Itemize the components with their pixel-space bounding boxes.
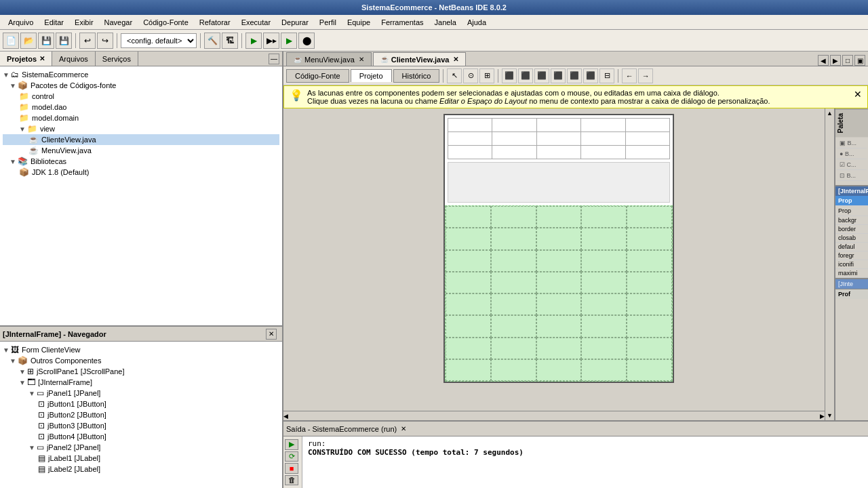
props-prop-btn[interactable]: Prop bbox=[835, 196, 868, 206]
run-btn[interactable]: ▶ bbox=[245, 33, 262, 49]
packages-arrow: ▼ bbox=[9, 82, 16, 89]
nav-jlabel2[interactable]: ▤ jLabel2 [JLabel] bbox=[3, 464, 279, 474]
menu-navegar[interactable]: Navegar bbox=[99, 17, 138, 28]
layout-btn[interactable]: ⊞ bbox=[479, 68, 494, 83]
nav-form[interactable]: ▼ 🖼 Form ClienteView bbox=[3, 344, 279, 355]
scroll-up-btn[interactable]: ▲ bbox=[825, 108, 834, 118]
save-all-btn[interactable]: 💾 bbox=[56, 33, 72, 49]
panel-minimize-btn[interactable]: — bbox=[269, 54, 279, 64]
tree-clienteview[interactable]: ☕ ClienteView.java bbox=[3, 134, 279, 145]
align-left-btn[interactable]: ⬛ bbox=[502, 68, 517, 83]
nav-outros[interactable]: ▼ 📦 Outros Componentes bbox=[3, 355, 279, 366]
save-btn[interactable]: 💾 bbox=[38, 33, 54, 49]
props-prop2[interactable]: Prop bbox=[835, 206, 868, 216]
menu-refatorar[interactable]: Refatorar bbox=[194, 17, 236, 28]
design-canvas[interactable]: ▲ ▼ ◀ ▶ bbox=[283, 108, 834, 420]
match-size-btn[interactable]: ⊟ bbox=[599, 68, 614, 83]
tree-control[interactable]: 📁 control bbox=[3, 91, 279, 102]
tab-clienteview[interactable]: ☕ ClienteView.java ✕ bbox=[373, 52, 467, 66]
prev-btn[interactable]: ← bbox=[622, 68, 637, 83]
build-btn[interactable]: 🏗 bbox=[222, 33, 238, 49]
menu-editar[interactable]: Editar bbox=[39, 17, 69, 28]
menu-depurar[interactable]: Depurar bbox=[276, 17, 314, 28]
menu-executar[interactable]: Executar bbox=[236, 17, 276, 28]
menu-exibir[interactable]: Exibir bbox=[69, 17, 99, 28]
new-project-btn[interactable]: 📄 bbox=[3, 33, 19, 49]
tree-model-domain[interactable]: 📁 model.domain bbox=[3, 113, 279, 123]
debug-btn[interactable]: ▶ bbox=[281, 33, 297, 49]
run-with-btn[interactable]: ▶▸ bbox=[263, 33, 279, 49]
clean-build-btn[interactable]: 🔨 bbox=[204, 33, 220, 49]
tab-scroll-left-btn[interactable]: ◀ bbox=[818, 55, 829, 66]
nav-jscrollpane[interactable]: ▼ ⊞ jScrollPane1 [JScrollPane] bbox=[3, 366, 279, 377]
tab-projetos[interactable]: Projetos ✕ bbox=[0, 52, 52, 66]
tab-servicos[interactable]: Serviços bbox=[96, 52, 138, 66]
tab-projetos-close[interactable]: ✕ bbox=[39, 55, 45, 62]
stop-output-btn[interactable]: ■ bbox=[285, 463, 298, 474]
scroll-right-btn[interactable]: ▶ bbox=[820, 413, 825, 420]
nav-jpanel2[interactable]: ▼ ▭ jPanel2 [JPanel] bbox=[3, 442, 279, 453]
canvas-scrollbar-h[interactable]: ◀ ▶ bbox=[283, 411, 825, 420]
config-combo[interactable]: <config. default> bbox=[121, 33, 197, 48]
tree-model-dao[interactable]: 📁 model.dao bbox=[3, 102, 279, 113]
projeto-tab-btn[interactable]: Projeto bbox=[351, 69, 392, 82]
nav-jbutton3[interactable]: ⊡ jButton3 [JButton] bbox=[3, 420, 279, 431]
menu-perfil[interactable]: Perfil bbox=[314, 17, 342, 28]
tree-packages[interactable]: ▼ 📦 Pacotes de Códigos-fonte bbox=[3, 80, 279, 91]
tree-clienteview-label: ClienteView.java bbox=[41, 136, 96, 144]
nav-jbutton1[interactable]: ⊡ jButton1 [JButton] bbox=[3, 399, 279, 409]
menu-codigo-fonte[interactable]: Código-Fonte bbox=[138, 17, 194, 28]
redo-btn[interactable]: ↪ bbox=[97, 33, 113, 49]
folder-icon: 📁 bbox=[19, 92, 29, 101]
connection-tool-btn[interactable]: ⊙ bbox=[463, 68, 478, 83]
nav-jpanel1[interactable]: ▼ ▭ jPanel1 [JPanel] bbox=[3, 388, 279, 399]
tree-jdk[interactable]: 📦 JDK 1.8 (Default) bbox=[3, 167, 279, 178]
undo-btn[interactable]: ↩ bbox=[79, 33, 96, 49]
nav-jbutton2[interactable]: ⊡ jButton2 [JButton] bbox=[3, 409, 279, 420]
menu-ajuda[interactable]: Ajuda bbox=[462, 17, 492, 28]
nav-jinternalframe[interactable]: ▼ 🗔 [JInternalFrame] bbox=[3, 377, 279, 388]
menu-janela[interactable]: Janela bbox=[429, 17, 462, 28]
tab-restore-btn[interactable]: ▣ bbox=[854, 55, 865, 66]
tree-bibliotecas[interactable]: ▼ 📚 Bibliotecas bbox=[3, 156, 279, 167]
info-close-btn[interactable]: ✕ bbox=[854, 89, 862, 100]
tab-arquivos[interactable]: Arquivos bbox=[52, 52, 96, 66]
canvas-scrollbar-v[interactable]: ▲ ▼ bbox=[825, 108, 834, 420]
codigo-fonte-tab-btn[interactable]: Código-Fonte bbox=[286, 69, 349, 83]
tree-menuview[interactable]: ☕ MenuView.java bbox=[3, 145, 279, 156]
navigator-content[interactable]: ▼ 🖼 Form ClienteView ▼ 📦 Outros Componen… bbox=[0, 342, 282, 488]
align-bottom-btn[interactable]: ⬛ bbox=[583, 68, 598, 83]
tree-view[interactable]: ▼ 📁 view bbox=[3, 123, 279, 134]
open-project-btn[interactable]: 📂 bbox=[20, 33, 37, 49]
tab-clienteview-close[interactable]: ✕ bbox=[453, 56, 458, 63]
rerun-output-btn[interactable]: ⟳ bbox=[285, 451, 298, 462]
profile-btn[interactable]: ⬤ bbox=[298, 33, 315, 49]
output-close-btn[interactable]: ✕ bbox=[401, 425, 406, 432]
tab-menuview-close[interactable]: ✕ bbox=[359, 56, 364, 63]
clear-output-btn[interactable]: 🗑 bbox=[285, 475, 298, 486]
historico-tab-btn[interactable]: Histórico bbox=[393, 69, 440, 83]
align-center-btn[interactable]: ⬛ bbox=[518, 68, 533, 83]
tree-panel[interactable]: ▼ 🗂 SistemaEcommerce ▼ 📦 Pacotes de Códi… bbox=[0, 66, 282, 325]
nav-form-arrow: ▼ bbox=[3, 346, 9, 354]
align-top-btn[interactable]: ⬛ bbox=[551, 68, 566, 83]
menu-ferramentas[interactable]: Ferramentas bbox=[376, 17, 429, 28]
next-btn[interactable]: → bbox=[638, 68, 653, 83]
align-right-btn[interactable]: ⬛ bbox=[534, 68, 549, 83]
align-middle-btn[interactable]: ⬛ bbox=[567, 68, 582, 83]
canvas-green-panel[interactable] bbox=[445, 205, 673, 382]
menu-equipe[interactable]: Equipe bbox=[342, 17, 376, 28]
scroll-left-btn[interactable]: ◀ bbox=[283, 413, 288, 420]
nav-jbutton4[interactable]: ⊡ jButton4 [JButton] bbox=[3, 431, 279, 442]
scroll-down-btn[interactable]: ▼ bbox=[825, 411, 834, 420]
nav-close-btn[interactable]: ✕ bbox=[266, 329, 277, 340]
tree-root[interactable]: ▼ 🗂 SistemaEcommerce bbox=[3, 69, 279, 80]
select-tool-btn[interactable]: ↖ bbox=[447, 68, 462, 83]
tab-maximize-btn[interactable]: □ bbox=[842, 55, 853, 66]
menu-arquivo[interactable]: Arquivo bbox=[3, 17, 39, 28]
tab-menuview[interactable]: ☕ MenuView.java ✕ bbox=[286, 52, 372, 66]
nav-form-label: Form ClienteView bbox=[22, 346, 81, 354]
tab-scroll-right-btn[interactable]: ▶ bbox=[830, 55, 841, 66]
run-output-btn[interactable]: ▶ bbox=[285, 439, 298, 450]
nav-jlabel1[interactable]: ▤ jLabel1 [JLabel] bbox=[3, 453, 279, 464]
